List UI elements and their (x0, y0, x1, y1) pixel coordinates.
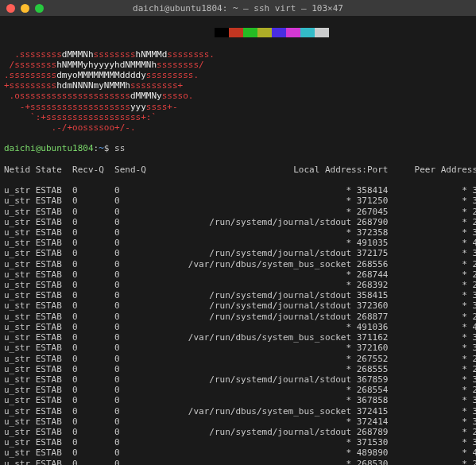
prompt-line-1: daichi@ubuntu1804:~$ ss (4, 143, 472, 153)
window-titlebar: daichi@ubuntu1804: ~ — ssh virt — 103×47 (0, 0, 476, 16)
ss-output-rows: u_str ESTAB 0 0 * 358414 * 358415 u_str … (4, 185, 472, 465)
terminal-body[interactable]: .ssssssssdMMMNhsssssssshNMMMdssssssss. /… (0, 16, 476, 465)
ss-output-header: Netid State Recv-Q Send-Q Local Address:… (4, 165, 472, 175)
command: ss (114, 143, 125, 153)
prompt-path: ~ (99, 143, 104, 153)
motd-ascii-art: .ssssssssdMMMNhsssssssshNMMMdssssssss. /… (4, 49, 472, 134)
prompt-user-host: daichi@ubuntu1804 (4, 143, 94, 153)
window-title: daichi@ubuntu1804: ~ — ssh virt — 103×47 (0, 3, 476, 14)
motd-colorbar (4, 28, 472, 38)
